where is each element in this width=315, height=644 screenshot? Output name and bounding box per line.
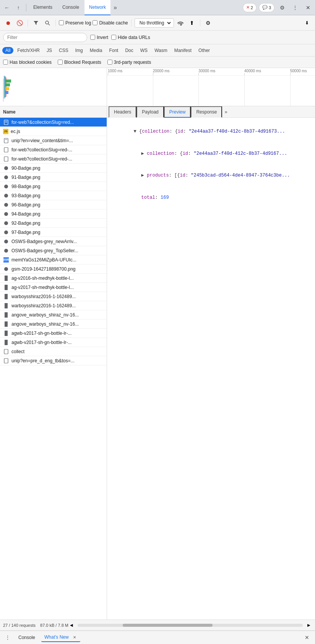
- export-button[interactable]: ⚙: [203, 18, 213, 28]
- blocked-requests-checkbox[interactable]: [58, 60, 63, 65]
- preserve-log-label[interactable]: Preserve log: [59, 20, 91, 26]
- invert-label[interactable]: Invert: [90, 35, 108, 40]
- list-item-text: 93-Badge.png: [11, 193, 104, 198]
- filter-btn-img[interactable]: Img: [72, 47, 86, 54]
- filter-btn-wasm[interactable]: Wasm: [151, 47, 170, 54]
- invert-checkbox[interactable]: [90, 35, 95, 40]
- tab-headers[interactable]: Headers: [109, 106, 136, 118]
- transfer-size: 87.0 kB / 7.8 M: [40, 623, 68, 628]
- settings-button[interactable]: ⚙: [277, 2, 287, 13]
- forward-button[interactable]: ↑: [13, 2, 24, 13]
- third-party-checkbox[interactable]: [107, 60, 112, 65]
- json-arrow-products[interactable]: ▶: [141, 173, 147, 178]
- third-party-label[interactable]: 3rd-party requests: [107, 60, 151, 65]
- filter-btn-media[interactable]: Media: [87, 47, 106, 54]
- disable-cache-checkbox[interactable]: [93, 20, 97, 25]
- list-item[interactable]: warboysshiraz2016-1-162489...: [0, 301, 107, 310]
- error-count: 2: [251, 5, 253, 10]
- list-item[interactable]: agwb-v2017-sh-gn-bottle-lr-...: [0, 338, 107, 347]
- list-item[interactable]: gsm-2019-1642718898700.png: [0, 264, 107, 274]
- list-item[interactable]: JS ec.js: [0, 127, 107, 136]
- search-button[interactable]: [42, 18, 52, 28]
- whats-new-drawer-tab[interactable]: What's New ✕: [41, 633, 80, 642]
- filter-btn-doc[interactable]: Doc: [122, 47, 136, 54]
- close-devtools-button[interactable]: ✕: [303, 2, 313, 13]
- more-preview-tabs[interactable]: »: [222, 107, 229, 117]
- list-item[interactable]: warboysshiraz2016-1-162489...: [0, 292, 107, 301]
- bottom-drawer: ⋮ Console What's New ✕ ✕: [0, 630, 315, 644]
- hide-data-urls-checkbox[interactable]: [111, 35, 116, 40]
- list-item[interactable]: 91-Badge.png: [0, 173, 107, 182]
- record-button[interactable]: ⏺: [3, 18, 13, 28]
- list-item[interactable]: collect: [0, 347, 107, 356]
- list-item[interactable]: unip?en=view_content&tim=...: [0, 136, 107, 145]
- list-item[interactable]: 94-Badge.png: [0, 209, 107, 219]
- tab-network[interactable]: Network: [84, 0, 110, 15]
- json-arrow-expand[interactable]: ▼: [134, 129, 139, 134]
- list-item[interactable]: ag-v2017-sh-medhyk-bottle-l...: [0, 283, 107, 292]
- console-drawer-tab[interactable]: Console: [15, 633, 38, 642]
- filter-btn-manifest[interactable]: Manifest: [171, 47, 195, 54]
- import-button[interactable]: ⬆: [187, 18, 197, 28]
- filter-btn-all[interactable]: All: [2, 47, 13, 54]
- close-drawer-button[interactable]: ✕: [302, 633, 312, 642]
- list-item-text: 94-Badge.png: [11, 211, 104, 217]
- horizontal-scrollbar-thumb[interactable]: [123, 624, 213, 627]
- list-item[interactable]: for-web?collectionSlug=red-...: [0, 154, 107, 164]
- doc-icon: [3, 119, 9, 125]
- hide-data-urls-label[interactable]: Hide data URLs: [111, 35, 150, 40]
- filter-btn-css[interactable]: CSS: [56, 47, 71, 54]
- waterfall-col-3: [244, 76, 245, 106]
- has-blocked-cookies-checkbox[interactable]: [3, 60, 8, 65]
- filter-btn-fetch-xhr[interactable]: Fetch/XHR: [14, 47, 43, 54]
- list-item[interactable]: ag-v2016-sh-medhyk-bottle-l...: [0, 274, 107, 283]
- tab-response[interactable]: Response: [191, 106, 222, 118]
- blocked-requests-label[interactable]: Blocked Requests: [58, 60, 101, 65]
- filter-input[interactable]: [3, 33, 87, 42]
- tab-payload[interactable]: Payload: [136, 106, 164, 118]
- name-list: Name for-web?&collectionSlug=red... JS e…: [0, 106, 107, 620]
- list-item[interactable]: 97-Badge.png: [0, 228, 107, 237]
- list-item[interactable]: agwb-v2017-sh-gn-bottle-lr-...: [0, 329, 107, 338]
- list-item[interactable]: OSWS-Badges-grey_newArriv...: [0, 237, 107, 246]
- network-conditions-button[interactable]: [175, 18, 185, 28]
- filter-btn-font[interactable]: Font: [106, 47, 121, 54]
- more-options-button[interactable]: ⋮: [290, 2, 300, 13]
- list-item[interactable]: 90-Badge.png: [0, 164, 107, 173]
- drawer-menu-button[interactable]: ⋮: [3, 633, 12, 642]
- list-item[interactable]: 93-Badge.png: [0, 191, 107, 200]
- list-item[interactable]: 92-Badge.png: [0, 219, 107, 228]
- preserve-log-checkbox[interactable]: [59, 20, 64, 25]
- list-item[interactable]: OSWS-Badges-grey_TopSeller...: [0, 246, 107, 255]
- scroll-right-button[interactable]: ▶: [306, 622, 312, 628]
- download-button[interactable]: ⬇: [302, 18, 312, 28]
- list-item[interactable]: angove_warboys_shiraz_nv-16...: [0, 320, 107, 329]
- tab-console[interactable]: Console: [58, 0, 84, 15]
- clear-button[interactable]: 🚫: [15, 18, 24, 28]
- whats-new-close-button[interactable]: ✕: [72, 634, 77, 640]
- tab-elements[interactable]: Elements: [29, 0, 57, 15]
- more-tabs-button[interactable]: »: [111, 2, 119, 13]
- filter-btn-js[interactable]: JS: [44, 47, 55, 54]
- list-item[interactable]: 98-Badge.png: [0, 182, 107, 191]
- tab-preview[interactable]: Preview: [164, 106, 191, 118]
- list-item[interactable]: 96-Badge.png: [0, 200, 107, 209]
- list-item[interactable]: angove_warboys_shiraz_nv-16...: [0, 310, 107, 320]
- timeline-right: 1000 ms 20000 ms 30000 ms 40000 ms 50000…: [107, 68, 315, 106]
- scroll-left-button[interactable]: ◀: [68, 622, 75, 628]
- filter-btn-other[interactable]: Other: [195, 47, 213, 54]
- filter-button[interactable]: [31, 18, 41, 28]
- list-item[interactable]: XHR memtYaGs126MiZpBA-UFUIc...: [0, 255, 107, 264]
- list-item[interactable]: for-web?collectionSlug=red-...: [0, 145, 107, 154]
- error-badge[interactable]: ✕ 2: [243, 3, 257, 12]
- has-blocked-cookies-label[interactable]: Has blocked cookies: [3, 60, 52, 65]
- filter-btn-ws[interactable]: WS: [137, 47, 151, 54]
- back-button[interactable]: ←: [2, 2, 12, 13]
- img-icon: [3, 303, 9, 309]
- warning-badge[interactable]: 💬 3: [259, 3, 274, 12]
- disable-cache-label[interactable]: Disable cache: [93, 20, 128, 26]
- list-item[interactable]: for-web?&collectionSlug=red...: [0, 118, 107, 127]
- json-arrow-collection[interactable]: ▶: [141, 151, 147, 156]
- throttle-select[interactable]: No throttling Fast 3G Slow 3G Offline: [136, 19, 172, 27]
- list-item[interactable]: unip?en=pre_d_eng_tb&tos=...: [0, 356, 107, 365]
